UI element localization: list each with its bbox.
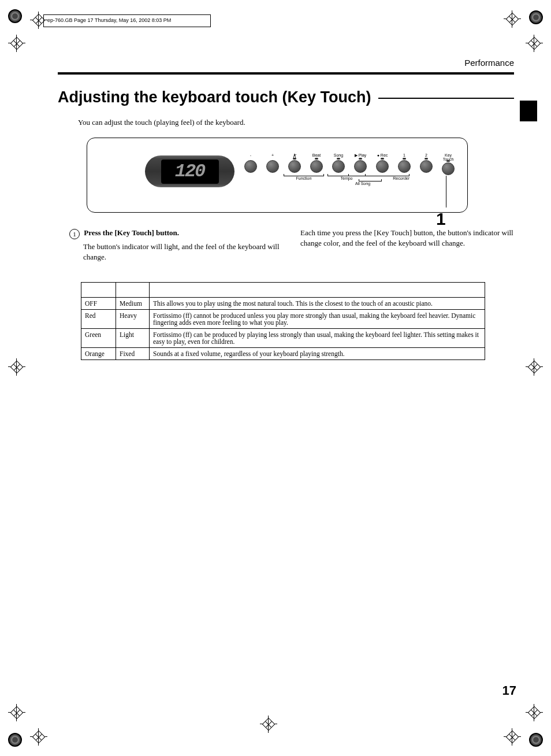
- cell-indicator: Orange: [81, 347, 116, 360]
- table-header: [116, 282, 150, 297]
- cell-description: This allows you to play using the most n…: [150, 297, 485, 309]
- song-button: [332, 160, 345, 173]
- page-number: 17: [502, 683, 516, 698]
- tab-marker: [520, 101, 537, 121]
- cell-description: Fortissimo (ff) cannot be produced unles…: [150, 309, 485, 328]
- play-button: [354, 160, 367, 173]
- print-header: ep-760.GB Page 17 Thursday, May 16, 2002…: [43, 14, 211, 27]
- recorder-bracket: Recorder: [348, 176, 409, 180]
- table-row: Green Light Fortissimo (ff) can be produ…: [81, 328, 485, 347]
- rec-button: [376, 160, 389, 173]
- table-row: Orange Fixed Sounds at a fixed volume, r…: [81, 347, 485, 360]
- step-number: 1: [69, 229, 80, 239]
- page-title: Adjusting the keyboard touch (Key Touch): [58, 88, 371, 106]
- display-value: 120: [175, 161, 205, 182]
- control-panel-diagram: 120 - + Beat Song ▶ Play ● Rec 1 2 KeyTo…: [87, 138, 468, 213]
- cell-description: Fortissimo (ff) can be produced by playi…: [150, 328, 485, 347]
- settings-table: OFF Medium This allows you to play using…: [81, 282, 485, 360]
- section-rule: [58, 72, 514, 75]
- intro-text: You can adjust the touch (playing feel) …: [78, 118, 514, 127]
- table-row: Red Heavy Fortissimo (ff) cannot be prod…: [81, 309, 485, 328]
- track2-button: [420, 160, 433, 173]
- table-header: [150, 282, 485, 297]
- cell-indicator: Red: [81, 309, 116, 328]
- cell-setting: Light: [116, 328, 150, 347]
- tempo-display: 120: [145, 155, 234, 187]
- cell-indicator: Green: [81, 328, 116, 347]
- minus-label: -: [250, 153, 251, 159]
- cell-setting: Heavy: [116, 309, 150, 328]
- section-header: Performance: [58, 58, 514, 68]
- key-touch-button: [442, 162, 455, 175]
- cell-setting: Medium: [116, 297, 150, 309]
- callout-line: [446, 176, 446, 207]
- cell-setting: Fixed: [116, 347, 150, 360]
- table-header: [81, 282, 116, 297]
- cell-indicator: OFF: [81, 297, 116, 309]
- cell-description: Sounds at a fixed volume, regardless of …: [150, 347, 485, 360]
- metronome-button: [288, 160, 301, 173]
- plus-button: [266, 160, 279, 173]
- callout-number: 1: [436, 209, 446, 229]
- track1-button: [398, 160, 411, 173]
- plus-label: +: [271, 153, 274, 159]
- beat-button: [310, 160, 323, 173]
- step-heading: Press the [Key Touch] button.: [84, 228, 179, 237]
- title-rule: [378, 98, 514, 99]
- step-body: The button's indicator will light, and t…: [83, 242, 283, 262]
- function-bracket: Function: [284, 176, 324, 180]
- minus-button: [244, 160, 257, 173]
- all-song-bracket: All Song: [327, 181, 398, 186]
- table-row: OFF Medium This allows you to play using…: [81, 297, 485, 309]
- right-column-text: Each time you press the [Key Touch] butt…: [300, 228, 514, 262]
